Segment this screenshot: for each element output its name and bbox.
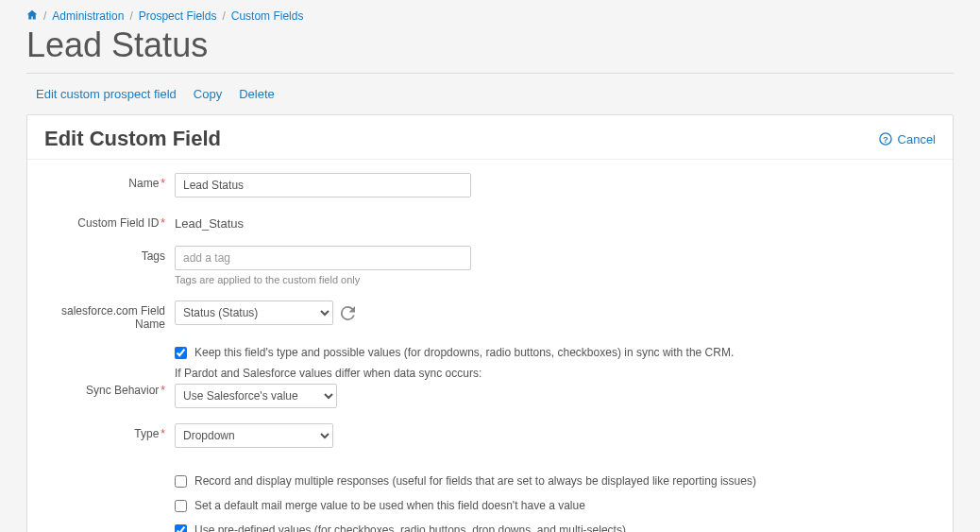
breadcrumb-home[interactable] [26, 9, 38, 23]
sync-behavior-hint: If Pardot and Salesforce values differ w… [175, 367, 902, 380]
tags-input[interactable] [175, 246, 471, 270]
card-title: Edit Custom Field [44, 127, 221, 151]
cancel-link[interactable]: Cancel [898, 132, 936, 146]
breadcrumb-sep: / [129, 9, 132, 23]
tags-hint: Tags are applied to the custom field onl… [175, 274, 902, 285]
keep-sync-text: Keep this field's type and possible valu… [194, 346, 734, 359]
refresh-icon[interactable] [341, 306, 355, 320]
tags-label: Tags [142, 249, 165, 263]
name-input[interactable] [175, 173, 471, 197]
custom-field-id-value: Lead_Status [175, 213, 902, 231]
breadcrumb-sep: / [222, 9, 225, 23]
predefined-text: Use pre-defined values (for checkboxes, … [194, 523, 626, 532]
keep-sync-checkbox[interactable] [175, 347, 187, 359]
breadcrumb-prospect-fields[interactable]: Prospect Fields [139, 9, 217, 23]
edit-card: Edit Custom Field ? Cancel Name* Custom … [26, 114, 954, 532]
page-title: Lead Status [26, 25, 954, 65]
breadcrumb-sep: / [43, 9, 46, 23]
multiple-text: Record and display multiple responses (u… [194, 474, 756, 488]
name-label: Name [128, 177, 159, 190]
default-merge-checkbox[interactable] [175, 500, 187, 512]
type-label: Type [134, 427, 159, 440]
sync-behavior-label: Sync Behavior [86, 384, 159, 397]
predefined-checkbox[interactable] [175, 524, 187, 532]
delete-link[interactable]: Delete [239, 87, 275, 101]
default-merge-text: Set a default mail merge value to be use… [194, 499, 585, 512]
copy-link[interactable]: Copy [194, 87, 222, 101]
breadcrumb-custom-fields[interactable]: Custom Fields [231, 9, 304, 23]
svg-text:?: ? [883, 134, 888, 145]
sync-behavior-select[interactable]: Use Salesforce's value [175, 384, 337, 408]
sf-field-select[interactable]: Status (Status) [175, 300, 333, 325]
multiple-checkbox[interactable] [175, 475, 187, 488]
home-icon [26, 9, 38, 21]
sf-field-label: salesforce.com Field Name [61, 304, 165, 331]
breadcrumb-admin[interactable]: Administration [52, 9, 124, 23]
help-icon[interactable]: ? [879, 132, 892, 146]
breadcrumb: / Administration / Prospect Fields / Cus… [26, 9, 954, 23]
edit-link[interactable]: Edit custom prospect field [36, 87, 177, 101]
type-select[interactable]: Dropdown [175, 423, 333, 448]
action-links: Edit custom prospect field Copy Delete [26, 74, 954, 114]
custom-field-id-label: Custom Field ID [77, 216, 159, 230]
